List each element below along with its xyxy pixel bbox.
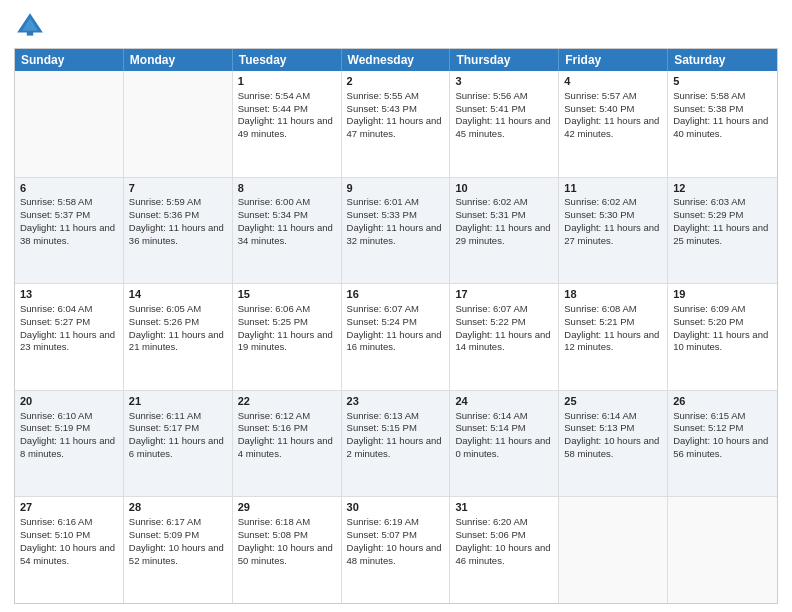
sunrise-text: Sunrise: 6:20 AM [455, 516, 553, 529]
daylight-text: Daylight: 11 hours and 40 minutes. [673, 115, 772, 141]
day-number: 18 [564, 287, 662, 302]
sunrise-text: Sunrise: 5:57 AM [564, 90, 662, 103]
sunrise-text: Sunrise: 6:06 AM [238, 303, 336, 316]
sunrise-text: Sunrise: 6:15 AM [673, 410, 772, 423]
day-number: 6 [20, 181, 118, 196]
day-number: 16 [347, 287, 445, 302]
day-number: 2 [347, 74, 445, 89]
calendar-header-cell: Tuesday [233, 49, 342, 71]
day-number: 28 [129, 500, 227, 515]
calendar-day-cell: 1Sunrise: 5:54 AMSunset: 5:44 PMDaylight… [233, 71, 342, 177]
sunrise-text: Sunrise: 6:17 AM [129, 516, 227, 529]
calendar-day-cell: 6Sunrise: 5:58 AMSunset: 5:37 PMDaylight… [15, 178, 124, 284]
sunset-text: Sunset: 5:31 PM [455, 209, 553, 222]
sunset-text: Sunset: 5:27 PM [20, 316, 118, 329]
calendar-header-row: SundayMondayTuesdayWednesdayThursdayFrid… [15, 49, 777, 71]
page: SundayMondayTuesdayWednesdayThursdayFrid… [0, 0, 792, 612]
calendar-day-cell: 20Sunrise: 6:10 AMSunset: 5:19 PMDayligh… [15, 391, 124, 497]
day-number: 10 [455, 181, 553, 196]
daylight-text: Daylight: 10 hours and 46 minutes. [455, 542, 553, 568]
sunrise-text: Sunrise: 6:14 AM [455, 410, 553, 423]
sunset-text: Sunset: 5:06 PM [455, 529, 553, 542]
day-number: 21 [129, 394, 227, 409]
sunset-text: Sunset: 5:24 PM [347, 316, 445, 329]
daylight-text: Daylight: 11 hours and 38 minutes. [20, 222, 118, 248]
calendar-day-cell: 11Sunrise: 6:02 AMSunset: 5:30 PMDayligh… [559, 178, 668, 284]
calendar-week-row: 20Sunrise: 6:10 AMSunset: 5:19 PMDayligh… [15, 390, 777, 497]
day-number: 20 [20, 394, 118, 409]
day-number: 9 [347, 181, 445, 196]
calendar-day-cell [124, 71, 233, 177]
calendar-header-cell: Sunday [15, 49, 124, 71]
calendar-day-cell: 22Sunrise: 6:12 AMSunset: 5:16 PMDayligh… [233, 391, 342, 497]
day-number: 14 [129, 287, 227, 302]
day-number: 13 [20, 287, 118, 302]
sunrise-text: Sunrise: 6:07 AM [455, 303, 553, 316]
sunrise-text: Sunrise: 5:58 AM [673, 90, 772, 103]
day-number: 5 [673, 74, 772, 89]
sunrise-text: Sunrise: 5:59 AM [129, 196, 227, 209]
sunrise-text: Sunrise: 6:10 AM [20, 410, 118, 423]
calendar-body: 1Sunrise: 5:54 AMSunset: 5:44 PMDaylight… [15, 71, 777, 603]
sunset-text: Sunset: 5:22 PM [455, 316, 553, 329]
calendar-header-cell: Thursday [450, 49, 559, 71]
logo-icon [14, 10, 46, 42]
calendar-day-cell: 14Sunrise: 6:05 AMSunset: 5:26 PMDayligh… [124, 284, 233, 390]
daylight-text: Daylight: 11 hours and 6 minutes. [129, 435, 227, 461]
sunset-text: Sunset: 5:30 PM [564, 209, 662, 222]
calendar-day-cell: 13Sunrise: 6:04 AMSunset: 5:27 PMDayligh… [15, 284, 124, 390]
day-number: 24 [455, 394, 553, 409]
sunset-text: Sunset: 5:26 PM [129, 316, 227, 329]
calendar-day-cell: 21Sunrise: 6:11 AMSunset: 5:17 PMDayligh… [124, 391, 233, 497]
sunset-text: Sunset: 5:12 PM [673, 422, 772, 435]
calendar: SundayMondayTuesdayWednesdayThursdayFrid… [14, 48, 778, 604]
daylight-text: Daylight: 10 hours and 48 minutes. [347, 542, 445, 568]
daylight-text: Daylight: 10 hours and 50 minutes. [238, 542, 336, 568]
daylight-text: Daylight: 10 hours and 52 minutes. [129, 542, 227, 568]
sunrise-text: Sunrise: 6:19 AM [347, 516, 445, 529]
daylight-text: Daylight: 11 hours and 27 minutes. [564, 222, 662, 248]
calendar-day-cell: 31Sunrise: 6:20 AMSunset: 5:06 PMDayligh… [450, 497, 559, 603]
daylight-text: Daylight: 10 hours and 54 minutes. [20, 542, 118, 568]
daylight-text: Daylight: 11 hours and 23 minutes. [20, 329, 118, 355]
sunset-text: Sunset: 5:17 PM [129, 422, 227, 435]
day-number: 29 [238, 500, 336, 515]
sunset-text: Sunset: 5:08 PM [238, 529, 336, 542]
day-number: 31 [455, 500, 553, 515]
sunrise-text: Sunrise: 6:12 AM [238, 410, 336, 423]
sunrise-text: Sunrise: 6:05 AM [129, 303, 227, 316]
calendar-header-cell: Saturday [668, 49, 777, 71]
day-number: 4 [564, 74, 662, 89]
calendar-day-cell: 7Sunrise: 5:59 AMSunset: 5:36 PMDaylight… [124, 178, 233, 284]
sunrise-text: Sunrise: 6:16 AM [20, 516, 118, 529]
calendar-day-cell: 23Sunrise: 6:13 AMSunset: 5:15 PMDayligh… [342, 391, 451, 497]
calendar-week-row: 1Sunrise: 5:54 AMSunset: 5:44 PMDaylight… [15, 71, 777, 177]
calendar-day-cell: 5Sunrise: 5:58 AMSunset: 5:38 PMDaylight… [668, 71, 777, 177]
sunrise-text: Sunrise: 5:56 AM [455, 90, 553, 103]
calendar-day-cell: 9Sunrise: 6:01 AMSunset: 5:33 PMDaylight… [342, 178, 451, 284]
calendar-day-cell [15, 71, 124, 177]
daylight-text: Daylight: 11 hours and 36 minutes. [129, 222, 227, 248]
sunset-text: Sunset: 5:43 PM [347, 103, 445, 116]
daylight-text: Daylight: 11 hours and 10 minutes. [673, 329, 772, 355]
sunset-text: Sunset: 5:15 PM [347, 422, 445, 435]
daylight-text: Daylight: 11 hours and 45 minutes. [455, 115, 553, 141]
calendar-day-cell: 4Sunrise: 5:57 AMSunset: 5:40 PMDaylight… [559, 71, 668, 177]
sunset-text: Sunset: 5:21 PM [564, 316, 662, 329]
svg-rect-2 [27, 31, 33, 36]
calendar-day-cell: 17Sunrise: 6:07 AMSunset: 5:22 PMDayligh… [450, 284, 559, 390]
day-number: 1 [238, 74, 336, 89]
sunset-text: Sunset: 5:41 PM [455, 103, 553, 116]
sunset-text: Sunset: 5:14 PM [455, 422, 553, 435]
daylight-text: Daylight: 11 hours and 29 minutes. [455, 222, 553, 248]
daylight-text: Daylight: 11 hours and 34 minutes. [238, 222, 336, 248]
calendar-day-cell: 18Sunrise: 6:08 AMSunset: 5:21 PMDayligh… [559, 284, 668, 390]
day-number: 17 [455, 287, 553, 302]
sunrise-text: Sunrise: 6:03 AM [673, 196, 772, 209]
sunrise-text: Sunrise: 6:02 AM [564, 196, 662, 209]
calendar-day-cell [668, 497, 777, 603]
sunset-text: Sunset: 5:13 PM [564, 422, 662, 435]
daylight-text: Daylight: 11 hours and 19 minutes. [238, 329, 336, 355]
calendar-header-cell: Wednesday [342, 49, 451, 71]
calendar-week-row: 27Sunrise: 6:16 AMSunset: 5:10 PMDayligh… [15, 496, 777, 603]
